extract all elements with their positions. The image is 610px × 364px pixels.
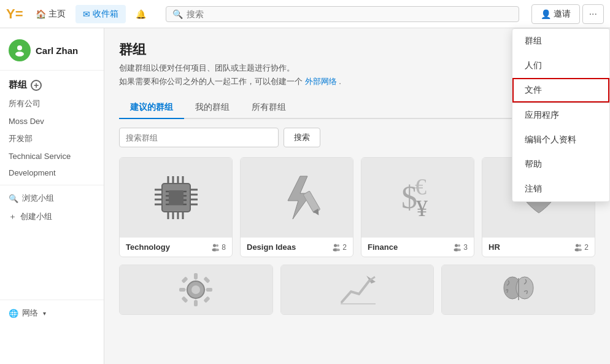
- dev-dept-label: 开发部: [9, 134, 33, 143]
- group-members-hr: 2: [574, 243, 589, 252]
- add-group-icon[interactable]: +: [31, 80, 42, 91]
- svg-point-38: [455, 244, 458, 247]
- sidebar-item-dev-dept[interactable]: 开发部: [0, 130, 104, 148]
- search-small-icon: 🔍: [9, 194, 18, 203]
- tab-all-groups[interactable]: 所有群组: [241, 97, 297, 119]
- sidebar: Carl Zhan 群组 + 所有公司 Moss Dev 开发部 Technic…: [0, 28, 104, 364]
- invite-button[interactable]: 👤 邀请: [531, 4, 580, 24]
- group-card-img-gear: [120, 265, 272, 314]
- dropdown-item-logout[interactable]: 注销: [512, 177, 609, 201]
- svg-rect-54: [179, 288, 185, 292]
- svg-rect-52: [194, 273, 198, 279]
- group-card-design[interactable]: Design Ideas 2: [240, 157, 353, 257]
- group-search-input[interactable]: [119, 128, 279, 147]
- svg-point-48: [579, 244, 581, 247]
- development-label: Development: [9, 168, 56, 177]
- more-button[interactable]: ···: [582, 4, 604, 24]
- tab-suggested[interactable]: 建议的群组: [119, 97, 184, 119]
- search-input[interactable]: [187, 9, 512, 19]
- sidebar-item-all-company[interactable]: 所有公司: [0, 95, 104, 113]
- group-card-footer-design: Design Ideas 2: [241, 238, 353, 257]
- group-card-technology[interactable]: Technology 8: [119, 157, 233, 257]
- group-card-footer-hr: HR 2: [482, 238, 595, 257]
- search-icon: 🔍: [172, 9, 183, 19]
- tab-my-groups[interactable]: 我的群组: [184, 97, 241, 119]
- user-name: Carl Zhan: [36, 45, 78, 56]
- browse-groups-button[interactable]: 🔍 浏览小组: [0, 189, 104, 207]
- svg-point-31: [334, 244, 337, 247]
- svg-point-1: [15, 52, 24, 56]
- dropdown-item-help[interactable]: 帮助: [512, 152, 609, 177]
- group-card-footer-technology: Technology 8: [120, 238, 232, 257]
- home-label: 主页: [48, 9, 66, 20]
- svg-rect-53: [194, 300, 198, 306]
- create-group-button[interactable]: ＋ 创建小组: [0, 207, 104, 226]
- dropdown-item-people[interactable]: 人们: [512, 53, 609, 78]
- inbox-icon: ✉: [83, 9, 90, 19]
- group-card-img-design: [241, 158, 353, 238]
- avatar: [9, 39, 31, 61]
- group-name-hr: HR: [488, 242, 500, 252]
- dropdown-item-groups[interactable]: 群组: [512, 29, 609, 53]
- all-company-label: 所有公司: [9, 99, 41, 108]
- svg-point-33: [337, 244, 339, 247]
- group-name-finance: Finance: [368, 242, 398, 252]
- dropdown-menu: 群组 人们 文件 应用程序 编辑个人资料 帮助 注销: [512, 28, 610, 202]
- svg-point-27: [215, 249, 219, 251]
- inbox-button[interactable]: ✉ 收件箱: [75, 5, 126, 23]
- group-card-finance[interactable]: $ € ¥ Finance 3: [361, 157, 474, 257]
- search-bar: 🔍: [166, 6, 519, 22]
- groups-section-title: 群组 +: [0, 76, 104, 95]
- svg-text:¥: ¥: [416, 195, 428, 221]
- bell-icon: 🔔: [136, 9, 146, 19]
- person-icon: 👤: [541, 9, 551, 19]
- group-members-technology: 8: [211, 243, 226, 252]
- tech-service-label: Technical Service: [9, 152, 71, 161]
- group-card-img-brain: [442, 265, 595, 314]
- sidebar-item-technical-service[interactable]: Technical Service: [0, 148, 104, 165]
- group-name-design: Design Ideas: [247, 242, 296, 252]
- group-members-finance: 3: [453, 243, 468, 252]
- bell-button[interactable]: 🔔: [128, 6, 153, 23]
- network-item[interactable]: 🌐 网络 ▾: [9, 305, 95, 321]
- sidebar-divider: [0, 185, 104, 185]
- group-card-chart[interactable]: [280, 265, 434, 315]
- svg-rect-57: [204, 276, 210, 283]
- svg-point-26: [216, 244, 218, 247]
- svg-point-41: [457, 249, 461, 251]
- svg-point-46: [576, 244, 579, 247]
- home-icon: 🏠: [36, 9, 46, 19]
- moss-dev-label: Moss Dev: [9, 117, 44, 126]
- home-button[interactable]: 🏠 主页: [28, 5, 73, 23]
- plus-icon: ＋: [9, 211, 17, 222]
- group-card-brain[interactable]: [441, 265, 595, 315]
- group-members-design: 2: [332, 243, 347, 252]
- top-nav: Y= 🏠 主页 ✉ 收件箱 🔔 🔍 👤 邀请 ···: [0, 0, 610, 28]
- group-card-img-chart: [281, 265, 434, 314]
- dropdown-overlay: 群组 人们 文件 应用程序 编辑个人资料 帮助 注销: [512, 28, 610, 202]
- dropdown-item-files[interactable]: 文件: [512, 78, 609, 103]
- external-network-link[interactable]: 外部网络: [305, 77, 337, 86]
- svg-point-24: [213, 244, 216, 247]
- group-card-img-technology: [120, 158, 232, 238]
- group-card-footer-finance: Finance 3: [361, 238, 474, 257]
- group-search-button[interactable]: 搜索: [284, 128, 320, 147]
- sidebar-item-development[interactable]: Development: [0, 165, 104, 181]
- svg-point-0: [17, 45, 22, 50]
- dropdown-item-apps[interactable]: 应用程序: [512, 103, 609, 128]
- invite-label: 邀请: [554, 9, 571, 20]
- group-name-technology: Technology: [126, 242, 170, 252]
- more-icon: ···: [589, 9, 597, 19]
- sidebar-item-moss-dev[interactable]: Moss Dev: [0, 113, 104, 130]
- dropdown-arrow: ▾: [43, 310, 46, 317]
- svg-rect-23: [169, 190, 183, 205]
- sidebar-bottom: 🌐 网络 ▾: [0, 300, 104, 326]
- user-profile[interactable]: Carl Zhan: [0, 34, 104, 71]
- svg-point-34: [336, 249, 340, 251]
- dropdown-item-edit-profile[interactable]: 编辑个人资料: [512, 128, 609, 152]
- search-btn-label: 搜索: [294, 133, 310, 142]
- group-card-gear[interactable]: [119, 265, 273, 315]
- svg-point-49: [578, 249, 582, 251]
- svg-point-40: [458, 244, 460, 247]
- svg-rect-56: [182, 276, 188, 283]
